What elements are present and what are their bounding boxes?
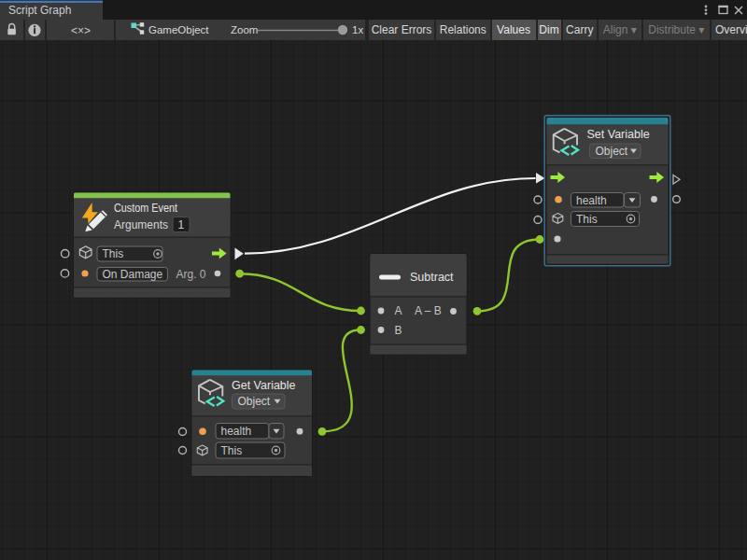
svg-text:1: 1: [178, 218, 185, 231]
svg-text:This: This: [221, 444, 243, 457]
svg-text:On Damage: On Damage: [103, 268, 163, 281]
svg-text:Subtract: Subtract: [410, 271, 454, 284]
svg-text:Object: Object: [596, 145, 628, 158]
svg-text:Arguments: Arguments: [114, 218, 168, 231]
svg-text:Object: Object: [238, 395, 271, 408]
svg-text:<×>: <×>: [71, 24, 91, 37]
svg-text:A – B: A – B: [415, 304, 442, 317]
svg-text:Get Variable: Get Variable: [232, 379, 296, 392]
svg-text:This: This: [103, 247, 124, 260]
svg-text:This: This: [576, 213, 598, 226]
svg-text:B: B: [395, 324, 402, 337]
svg-text:A: A: [395, 304, 402, 317]
svg-text:health: health: [576, 194, 607, 207]
svg-text:health: health: [221, 425, 252, 438]
svg-text:Custom Event: Custom Event: [114, 202, 177, 215]
svg-text:Arg. 0: Arg. 0: [176, 268, 206, 281]
svg-text:Set Variable: Set Variable: [587, 128, 650, 141]
